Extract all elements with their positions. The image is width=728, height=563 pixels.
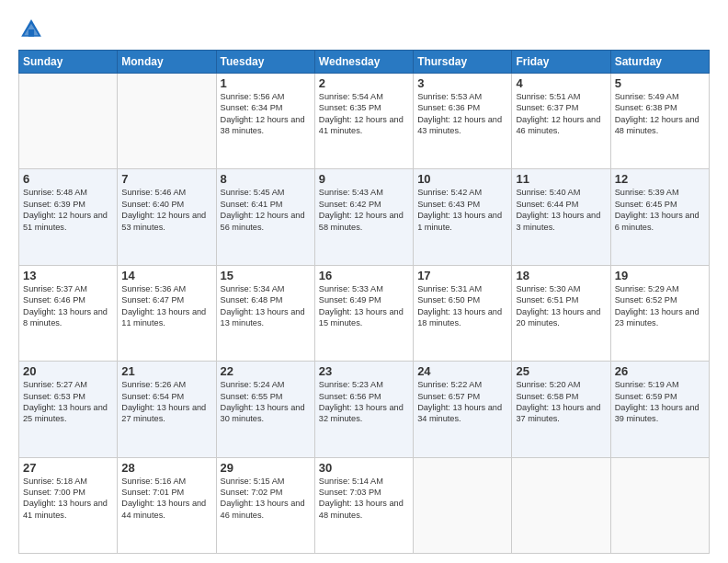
day-number: 16 [319,269,409,282]
cell-text: Sunrise: 5:23 AM Sunset: 6:56 PM Dayligh… [319,379,409,425]
day-number: 4 [516,76,606,90]
day-header-monday: Monday [118,51,216,74]
cell-text: Sunrise: 5:34 AM Sunset: 6:48 PM Dayligh… [221,283,311,329]
day-number: 8 [221,172,311,186]
cell-text: Sunrise: 5:54 AM Sunset: 6:35 PM Dayligh… [319,91,409,137]
day-number: 20 [23,364,113,378]
calendar-cell [610,457,709,553]
cell-text: Sunrise: 5:29 AM Sunset: 6:52 PM Dayligh… [615,283,705,329]
logo [18,17,48,42]
cell-text: Sunrise: 5:20 AM Sunset: 6:58 PM Dayligh… [516,379,606,425]
cell-text: Sunrise: 5:37 AM Sunset: 6:46 PM Dayligh… [23,283,113,329]
calendar-cell: 15Sunrise: 5:34 AM Sunset: 6:48 PM Dayli… [216,265,314,361]
day-number: 28 [121,461,211,475]
cell-text: Sunrise: 5:48 AM Sunset: 6:39 PM Dayligh… [23,187,113,233]
cell-text: Sunrise: 5:40 AM Sunset: 6:44 PM Dayligh… [516,187,606,233]
cell-text: Sunrise: 5:27 AM Sunset: 6:53 PM Dayligh… [23,379,113,425]
cell-text: Sunrise: 5:49 AM Sunset: 6:38 PM Dayligh… [615,91,705,137]
day-header-wednesday: Wednesday [314,51,413,74]
cell-text: Sunrise: 5:33 AM Sunset: 6:49 PM Dayligh… [319,283,409,329]
day-number: 6 [23,172,113,186]
day-number: 29 [221,461,311,475]
calendar-cell: 1Sunrise: 5:56 AM Sunset: 6:34 PM Daylig… [216,74,314,169]
calendar-week-2: 6Sunrise: 5:48 AM Sunset: 6:39 PM Daylig… [19,169,710,265]
calendar-week-5: 27Sunrise: 5:18 AM Sunset: 7:00 PM Dayli… [19,457,710,553]
day-number: 23 [319,364,409,378]
cell-text: Sunrise: 5:26 AM Sunset: 6:54 PM Dayligh… [121,379,211,425]
calendar-header-row: SundayMondayTuesdayWednesdayThursdayFrid… [19,51,710,74]
cell-text: Sunrise: 5:31 AM Sunset: 6:50 PM Dayligh… [417,283,507,329]
calendar-cell: 19Sunrise: 5:29 AM Sunset: 6:52 PM Dayli… [610,265,709,361]
calendar-cell: 10Sunrise: 5:42 AM Sunset: 6:43 PM Dayli… [414,169,512,265]
day-number: 15 [221,269,311,282]
day-number: 3 [417,76,507,90]
calendar-cell: 7Sunrise: 5:46 AM Sunset: 6:40 PM Daylig… [118,169,216,265]
cell-text: Sunrise: 5:24 AM Sunset: 6:55 PM Dayligh… [221,379,311,425]
calendar-cell: 2Sunrise: 5:54 AM Sunset: 6:35 PM Daylig… [314,74,413,169]
calendar-cell: 22Sunrise: 5:24 AM Sunset: 6:55 PM Dayli… [216,362,314,457]
calendar: SundayMondayTuesdayWednesdayThursdayFrid… [18,50,710,554]
cell-text: Sunrise: 5:15 AM Sunset: 7:02 PM Dayligh… [221,476,311,522]
svg-rect-2 [28,29,34,37]
calendar-cell: 18Sunrise: 5:30 AM Sunset: 6:51 PM Dayli… [512,265,610,361]
cell-text: Sunrise: 5:56 AM Sunset: 6:34 PM Dayligh… [221,91,311,137]
calendar-cell: 4Sunrise: 5:51 AM Sunset: 6:37 PM Daylig… [512,74,610,169]
day-number: 24 [417,364,507,378]
calendar-cell [414,457,512,553]
day-number: 2 [319,76,409,90]
day-number: 13 [23,269,113,282]
day-header-saturday: Saturday [610,51,709,74]
day-number: 9 [319,172,409,186]
calendar-cell: 8Sunrise: 5:45 AM Sunset: 6:41 PM Daylig… [216,169,314,265]
calendar-cell: 29Sunrise: 5:15 AM Sunset: 7:02 PM Dayli… [216,457,314,553]
day-number: 19 [615,269,705,282]
day-number: 27 [23,461,113,475]
calendar-cell [512,457,610,553]
cell-text: Sunrise: 5:46 AM Sunset: 6:40 PM Dayligh… [121,187,211,233]
day-header-friday: Friday [512,51,610,74]
day-number: 14 [121,269,211,282]
calendar-cell: 25Sunrise: 5:20 AM Sunset: 6:58 PM Dayli… [512,362,610,457]
cell-text: Sunrise: 5:43 AM Sunset: 6:42 PM Dayligh… [319,187,409,233]
calendar-cell: 21Sunrise: 5:26 AM Sunset: 6:54 PM Dayli… [118,362,216,457]
calendar-cell [19,74,118,169]
calendar-cell: 5Sunrise: 5:49 AM Sunset: 6:38 PM Daylig… [610,74,709,169]
day-number: 5 [615,76,705,90]
cell-text: Sunrise: 5:30 AM Sunset: 6:51 PM Dayligh… [516,283,606,329]
day-number: 18 [516,269,606,282]
day-number: 22 [221,364,311,378]
cell-text: Sunrise: 5:39 AM Sunset: 6:45 PM Dayligh… [615,187,705,233]
day-number: 7 [121,172,211,186]
cell-text: Sunrise: 5:42 AM Sunset: 6:43 PM Dayligh… [417,187,507,233]
cell-text: Sunrise: 5:14 AM Sunset: 7:03 PM Dayligh… [319,476,409,522]
calendar-cell: 12Sunrise: 5:39 AM Sunset: 6:45 PM Dayli… [610,169,709,265]
day-number: 12 [615,172,705,186]
cell-text: Sunrise: 5:36 AM Sunset: 6:47 PM Dayligh… [121,283,211,329]
calendar-cell: 3Sunrise: 5:53 AM Sunset: 6:36 PM Daylig… [414,74,512,169]
day-number: 21 [121,364,211,378]
cell-text: Sunrise: 5:51 AM Sunset: 6:37 PM Dayligh… [516,91,606,137]
day-header-thursday: Thursday [414,51,512,74]
calendar-week-4: 20Sunrise: 5:27 AM Sunset: 6:53 PM Dayli… [19,362,710,457]
header [18,17,710,42]
day-number: 17 [417,269,507,282]
calendar-cell: 23Sunrise: 5:23 AM Sunset: 6:56 PM Dayli… [314,362,413,457]
cell-text: Sunrise: 5:53 AM Sunset: 6:36 PM Dayligh… [417,91,507,137]
calendar-cell: 14Sunrise: 5:36 AM Sunset: 6:47 PM Dayli… [118,265,216,361]
day-header-tuesday: Tuesday [216,51,314,74]
page: SundayMondayTuesdayWednesdayThursdayFrid… [0,0,728,563]
cell-text: Sunrise: 5:22 AM Sunset: 6:57 PM Dayligh… [417,379,507,425]
day-header-sunday: Sunday [19,51,118,74]
day-number: 1 [221,76,311,90]
calendar-cell: 20Sunrise: 5:27 AM Sunset: 6:53 PM Dayli… [19,362,118,457]
calendar-cell: 9Sunrise: 5:43 AM Sunset: 6:42 PM Daylig… [314,169,413,265]
day-number: 11 [516,172,606,186]
day-number: 10 [417,172,507,186]
calendar-cell: 30Sunrise: 5:14 AM Sunset: 7:03 PM Dayli… [314,457,413,553]
calendar-cell: 28Sunrise: 5:16 AM Sunset: 7:01 PM Dayli… [118,457,216,553]
calendar-cell: 27Sunrise: 5:18 AM Sunset: 7:00 PM Dayli… [19,457,118,553]
calendar-cell [118,74,216,169]
calendar-week-1: 1Sunrise: 5:56 AM Sunset: 6:34 PM Daylig… [19,74,710,169]
day-number: 30 [319,461,409,475]
calendar-cell: 24Sunrise: 5:22 AM Sunset: 6:57 PM Dayli… [414,362,512,457]
